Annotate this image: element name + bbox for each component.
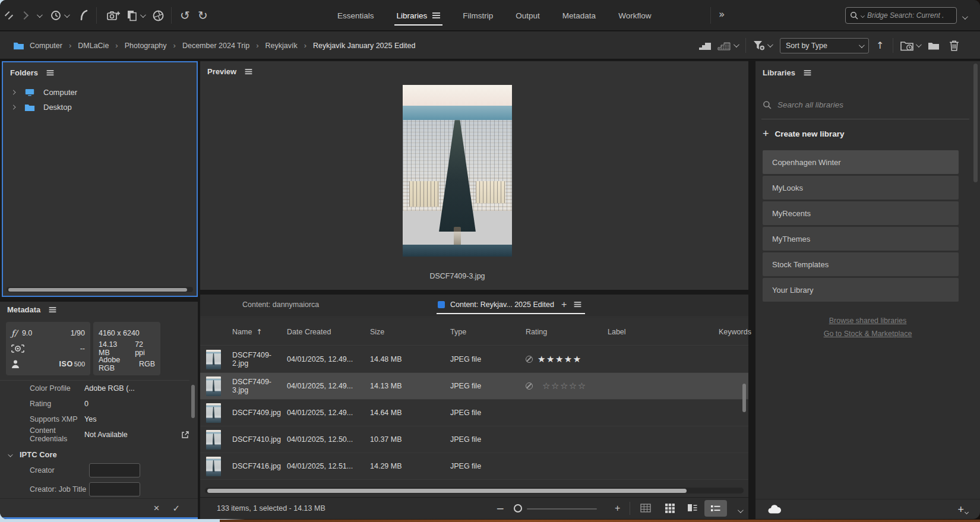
workspace-tab[interactable]: Workflow bbox=[611, 0, 658, 31]
thumbnail-view-icon[interactable] bbox=[665, 504, 675, 513]
folders-scrollbar-thumb[interactable] bbox=[8, 288, 187, 292]
content-tab[interactable]: Content: dannymaiorca bbox=[242, 295, 319, 315]
filter-chevron-icon[interactable] bbox=[767, 31, 772, 59]
grid-lock-view-icon[interactable] bbox=[640, 504, 651, 512]
zoom-slider-track[interactable] bbox=[527, 508, 597, 510]
metadata-scrollbar-thumb[interactable] bbox=[191, 385, 195, 418]
table-row[interactable]: DSCF7416.jpg 04/01/2025, 12.51... 14.29 … bbox=[200, 453, 748, 480]
boomerang-return-icon[interactable] bbox=[78, 0, 90, 31]
external-link-icon[interactable] bbox=[181, 431, 189, 439]
folder-tree-item[interactable]: Computer bbox=[3, 85, 197, 100]
search-options-chevron-icon[interactable] bbox=[962, 12, 966, 21]
library-item[interactable]: MyRecents bbox=[763, 201, 959, 225]
workspace-tab[interactable]: Output bbox=[508, 0, 547, 31]
preview-image[interactable] bbox=[403, 85, 512, 257]
cancel-icon[interactable]: × bbox=[153, 503, 159, 513]
list-view-icon[interactable] bbox=[704, 500, 727, 517]
sort-ascending-icon[interactable]: ↑ bbox=[256, 328, 262, 336]
column-header[interactable]: Name ↑ bbox=[232, 328, 287, 336]
content-tab[interactable]: Content: Reykjav... 2025 Edited bbox=[438, 295, 554, 315]
thumbnail-quality-icon[interactable] bbox=[698, 31, 712, 59]
libraries-search[interactable] bbox=[763, 96, 968, 113]
libraries-search-input[interactable] bbox=[777, 100, 968, 109]
bridge-search-box[interactable] bbox=[845, 7, 957, 24]
batch-copy-icon[interactable] bbox=[126, 0, 138, 31]
panel-divider[interactable] bbox=[0, 297, 198, 302]
workspace-tab[interactable]: Essentials bbox=[330, 0, 381, 31]
table-row[interactable]: DSCF7409.jpg 04/01/2025, 12.49... 14.64 … bbox=[200, 400, 748, 426]
content-tab-menu-icon[interactable] bbox=[574, 302, 581, 303]
new-folder-icon[interactable] bbox=[928, 31, 940, 59]
metadata-field-input[interactable] bbox=[89, 463, 140, 477]
column-header[interactable]: Size bbox=[370, 328, 450, 336]
view-options-chevron-icon[interactable] bbox=[738, 506, 742, 515]
add-content-tab-icon[interactable]: + bbox=[561, 300, 567, 309]
import-from-camera-icon[interactable] bbox=[107, 0, 121, 31]
add-library-item-button[interactable]: + bbox=[957, 504, 968, 515]
breadcrumb-item[interactable]: Reykjavík › bbox=[265, 41, 314, 50]
workspace-tab-menu-icon[interactable] bbox=[432, 12, 440, 14]
library-item[interactable]: MyLooks bbox=[763, 176, 959, 200]
content-scrollbar-thumb[interactable] bbox=[207, 489, 687, 493]
history-icon[interactable] bbox=[50, 0, 62, 31]
table-row[interactable]: DSCF7409-2.jpg 04/01/2025, 12.49... 14.4… bbox=[200, 346, 748, 373]
zoom-out-icon[interactable]: − bbox=[496, 502, 504, 514]
library-item[interactable]: Stock Templates bbox=[763, 252, 959, 276]
workspace-tab[interactable]: Filmstrip bbox=[456, 0, 500, 31]
expand-chevron-icon[interactable] bbox=[11, 105, 16, 110]
breadcrumb-item[interactable]: Computer › bbox=[30, 41, 78, 50]
back-button[interactable] bbox=[6, 0, 12, 31]
apply-icon[interactable]: ✓ bbox=[172, 503, 180, 514]
rotate-left-icon[interactable]: ↺ bbox=[180, 0, 190, 31]
expand-chevron-icon[interactable] bbox=[11, 90, 16, 95]
aperture-refine-icon[interactable] bbox=[152, 0, 165, 31]
search-input[interactable] bbox=[867, 11, 952, 20]
rotate-right-icon[interactable]: ↻ bbox=[198, 0, 208, 31]
file-rating[interactable]: ☆☆☆☆☆ bbox=[526, 381, 608, 391]
batch-copy-chevron-icon[interactable] bbox=[140, 0, 144, 31]
details-view-icon[interactable] bbox=[687, 504, 698, 512]
breadcrumb-item[interactable]: DMLaCie › bbox=[78, 41, 124, 50]
recent-folder-chevron-icon[interactable] bbox=[916, 31, 920, 59]
cloud-sync-icon[interactable] bbox=[767, 504, 782, 514]
metadata-panel-menu-icon[interactable] bbox=[49, 307, 56, 308]
breadcrumb-item[interactable]: Photography › bbox=[125, 41, 182, 50]
library-item[interactable]: Copenhagen Winter bbox=[763, 150, 959, 174]
folders-horizontal-scrollbar[interactable] bbox=[7, 287, 193, 292]
nav-dropdown-chevron-icon[interactable] bbox=[37, 0, 41, 31]
workspace-tab[interactable]: Metadata bbox=[555, 0, 603, 31]
search-scope-chevron-icon[interactable] bbox=[861, 14, 865, 18]
preview-quality-icon[interactable] bbox=[717, 31, 731, 59]
libraries-scrollbar-thumb[interactable] bbox=[973, 64, 978, 182]
filter-icon[interactable] bbox=[753, 31, 765, 59]
libraries-panel-menu-icon[interactable] bbox=[804, 70, 811, 71]
column-header[interactable]: Label bbox=[608, 328, 719, 336]
file-rating[interactable]: ★★★★★ bbox=[526, 354, 608, 365]
content-vertical-scrollbar-thumb[interactable] bbox=[742, 384, 746, 412]
metadata-field-input[interactable] bbox=[89, 482, 140, 496]
column-header[interactable]: Keywords bbox=[719, 328, 751, 336]
folders-panel-menu-icon[interactable] bbox=[47, 70, 54, 71]
quality-chevron-icon[interactable] bbox=[734, 31, 738, 59]
forward-button[interactable] bbox=[21, 0, 27, 31]
library-link[interactable]: Browse shared libraries bbox=[829, 317, 907, 325]
workspace-tab[interactable]: Libraries bbox=[390, 0, 448, 31]
history-chevron-icon[interactable] bbox=[64, 0, 68, 31]
table-row[interactable]: DSCF7409-3.jpg 04/01/2025, 12.49... 14.1… bbox=[200, 373, 748, 400]
library-item[interactable]: Your Library bbox=[763, 278, 959, 302]
breadcrumb-item[interactable]: December 2024 Trip › bbox=[182, 41, 265, 50]
trash-icon[interactable] bbox=[949, 31, 959, 59]
sort-dropdown[interactable]: Sort by Type bbox=[780, 38, 869, 53]
folder-tree-item[interactable]: Desktop bbox=[3, 100, 197, 115]
panel-divider[interactable] bbox=[748, 60, 755, 519]
preview-panel-menu-icon[interactable] bbox=[245, 69, 252, 70]
workspace-overflow-icon[interactable]: » bbox=[719, 8, 723, 20]
iptc-core-section[interactable]: IPTC Core bbox=[8, 450, 57, 459]
column-header[interactable]: Type bbox=[450, 328, 526, 336]
column-header[interactable]: Date Created bbox=[287, 328, 370, 336]
recent-folder-icon[interactable] bbox=[900, 31, 913, 59]
breadcrumb-item[interactable]: Reykjavík January 2025 Edited bbox=[313, 42, 415, 50]
table-row[interactable]: DSCF7410.jpg 04/01/2025, 12.50... 10.37 … bbox=[200, 426, 748, 453]
library-item[interactable]: MyThemes bbox=[763, 227, 959, 251]
sort-ascending-icon[interactable]: ↑ bbox=[876, 31, 884, 59]
